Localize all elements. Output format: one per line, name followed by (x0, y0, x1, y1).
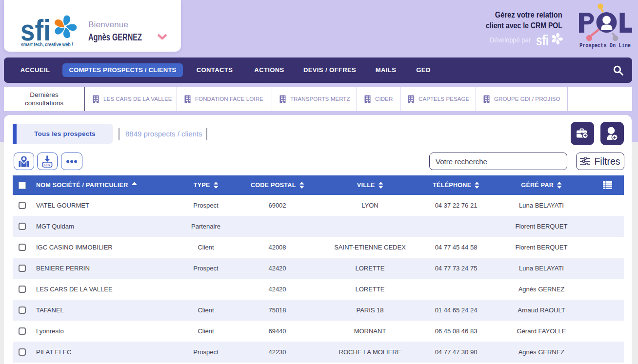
svg-text:sfi: sfi (20, 13, 51, 44)
svg-text:Développé par: Développé par (490, 36, 531, 44)
svg-text:CSV: CSV (44, 163, 50, 166)
svg-text:sfi: sfi (536, 32, 549, 48)
svg-text:Gérez votre relation: Gérez votre relation (495, 10, 562, 19)
svg-text:Prospects On Line: Prospects On Line (579, 42, 631, 49)
svg-text:Agnès GERNEZ: Agnès GERNEZ (88, 32, 142, 42)
svg-text:Bienvenue: Bienvenue (88, 20, 128, 29)
svg-text:smart tech, creative web !: smart tech, creative web ! (21, 41, 73, 47)
